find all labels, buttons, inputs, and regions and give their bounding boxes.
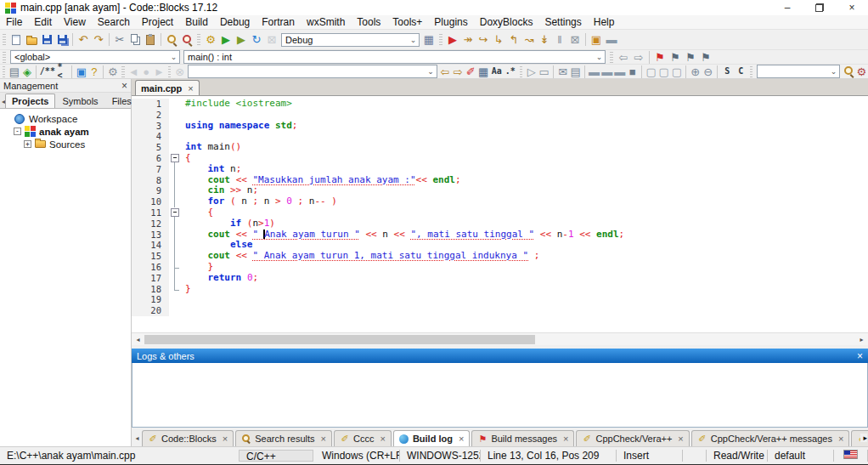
chevron-down-icon[interactable]: ⌄ bbox=[594, 53, 605, 61]
logs-close-icon[interactable]: × bbox=[857, 350, 863, 362]
log-tab-close-icon[interactable]: × bbox=[459, 434, 464, 444]
log-tab-close-icon[interactable]: × bbox=[563, 434, 568, 444]
log-tab-close-icon[interactable]: × bbox=[380, 434, 385, 444]
stop-debugger-icon[interactable]: ⊠ bbox=[567, 32, 583, 47]
incsearch-input[interactable]: ⌄ bbox=[188, 65, 437, 78]
chevron-down-icon[interactable]: ⌄ bbox=[408, 36, 419, 44]
hscroll-thumb[interactable] bbox=[144, 335, 535, 344]
run-icon[interactable]: ▶ bbox=[218, 32, 234, 47]
step-out-icon[interactable]: ↰ bbox=[506, 32, 521, 47]
save-all-icon[interactable] bbox=[54, 32, 70, 47]
toolbar-grip[interactable] bbox=[3, 52, 6, 63]
redo-icon[interactable]: ↷ bbox=[91, 32, 106, 47]
symbol-select[interactable]: main() : int⌄ bbox=[183, 50, 606, 64]
menu-item-project[interactable]: Project bbox=[136, 15, 179, 29]
build-icon[interactable]: ⚙ bbox=[203, 32, 218, 47]
spellcheck-find-icon[interactable] bbox=[842, 65, 855, 79]
frame-3-icon[interactable]: ▢ bbox=[670, 65, 683, 79]
find-icon[interactable] bbox=[164, 32, 179, 47]
doxy-run-html-icon[interactable]: ▣ bbox=[75, 65, 87, 79]
toolbar-grip[interactable] bbox=[168, 66, 171, 77]
editor-hscrollbar[interactable]: ◂ ▸ bbox=[132, 332, 868, 345]
rect-select-icon[interactable]: ▭ bbox=[538, 65, 550, 79]
toggle-bookmark-icon[interactable]: ⚑ bbox=[652, 50, 668, 65]
menu-item-doxyblocks[interactable]: DoxyBlocks bbox=[474, 15, 539, 29]
toolbar-grip[interactable] bbox=[610, 52, 613, 63]
hscroll-left-icon[interactable]: ◂ bbox=[132, 336, 144, 343]
logs-content[interactable] bbox=[132, 363, 868, 428]
toolbar-grip[interactable] bbox=[197, 34, 200, 45]
close-button[interactable]: × bbox=[836, 0, 868, 15]
doxyblocks-extract-icon[interactable]: ▤ bbox=[8, 65, 20, 79]
hscroll-track[interactable] bbox=[144, 333, 855, 345]
tab-projects[interactable]: Projects bbox=[5, 94, 55, 108]
c-button[interactable]: C bbox=[734, 65, 747, 79]
next-bookmark-icon[interactable]: ⚑ bbox=[683, 50, 698, 65]
minimize-button[interactable]: – bbox=[771, 0, 803, 15]
incsearch-prev-icon[interactable]: ⇦ bbox=[439, 65, 452, 79]
menu-item-edit[interactable]: Edit bbox=[28, 15, 58, 29]
doxy-line-comment-button[interactable]: *< bbox=[55, 65, 69, 79]
doxy-help-icon[interactable]: ? bbox=[87, 65, 100, 79]
tree-expander-icon[interactable]: - bbox=[14, 128, 21, 135]
editor-tab-maincpp[interactable]: main.cpp × bbox=[135, 80, 200, 95]
break-debugger-icon[interactable]: ‖ bbox=[552, 32, 567, 47]
clear-bookmarks-icon[interactable]: ⚑ bbox=[698, 50, 713, 65]
toolbar-grip[interactable] bbox=[750, 66, 752, 77]
fold-toggle-icon[interactable] bbox=[169, 207, 180, 218]
pointer-icon[interactable]: ▷ bbox=[525, 65, 538, 79]
toolbar-grip[interactable] bbox=[3, 66, 5, 77]
save-icon[interactable] bbox=[39, 32, 54, 47]
browse-set-mark-icon[interactable]: ● bbox=[140, 65, 153, 79]
menu-item-search[interactable]: Search bbox=[92, 15, 136, 29]
debugging-windows-icon[interactable]: ▣ bbox=[589, 32, 604, 47]
debug-continue-icon[interactable]: ▶ bbox=[445, 32, 460, 47]
frame-1-icon[interactable]: ▢ bbox=[645, 65, 657, 79]
regex-button[interactable]: .* bbox=[504, 65, 517, 79]
menu-item-view[interactable]: View bbox=[58, 15, 92, 29]
menu-item-build[interactable]: Build bbox=[179, 15, 214, 29]
split-view-2-icon[interactable]: ▬ bbox=[600, 65, 613, 79]
log-tab-close-icon[interactable]: × bbox=[321, 434, 326, 444]
log-tab-cccc[interactable]: ✐Cccc× bbox=[334, 430, 392, 446]
compiler-options-icon[interactable]: ▦ bbox=[421, 32, 437, 47]
find-in-files-icon[interactable] bbox=[179, 32, 194, 47]
split-view-3-icon[interactable]: ▬ bbox=[613, 65, 626, 79]
menu-item-debug[interactable]: Debug bbox=[214, 15, 256, 29]
abort-build-icon[interactable]: ⊠ bbox=[264, 32, 279, 47]
next-instruction-icon[interactable]: ↝ bbox=[521, 32, 537, 47]
prev-bookmark-icon[interactable]: ⚑ bbox=[668, 50, 683, 65]
frame-2-icon[interactable]: ▢ bbox=[657, 65, 670, 79]
menu-item-file[interactable]: File bbox=[0, 15, 28, 29]
logs-tabs-overflow-icon[interactable]: ▸ bbox=[860, 434, 867, 442]
log-tab-code-blocks[interactable]: ✐Code::Blocks× bbox=[142, 430, 234, 446]
selected-text-icon[interactable]: ▦ bbox=[477, 65, 490, 79]
menu-item-tools[interactable]: Tools bbox=[351, 15, 386, 29]
doxywizard-icon[interactable]: ◈ bbox=[20, 65, 33, 79]
step-into-icon[interactable]: ↳ bbox=[491, 32, 506, 47]
browse-next-mark-icon[interactable]: ► bbox=[153, 65, 166, 79]
open-file-icon[interactable] bbox=[24, 32, 39, 47]
log-tab-build-log[interactable]: Build log× bbox=[393, 430, 470, 446]
split-view-1-icon[interactable]: ▬ bbox=[588, 65, 600, 79]
full-view-icon[interactable]: ■ bbox=[626, 65, 639, 79]
log-tab-build-messages[interactable]: ⚑Build messages× bbox=[471, 430, 574, 446]
menu-item-fortran[interactable]: Fortran bbox=[256, 15, 301, 29]
hscroll-right-icon[interactable]: ▸ bbox=[855, 336, 868, 343]
undo-icon[interactable]: ↶ bbox=[76, 32, 91, 47]
toolbar-grip[interactable] bbox=[3, 34, 6, 45]
back-icon[interactable]: ⇦ bbox=[616, 50, 631, 65]
chevron-down-icon[interactable]: ⌄ bbox=[828, 67, 839, 76]
log-tab-search-results[interactable]: Search results× bbox=[235, 430, 332, 446]
build-target-select[interactable]: Debug⌄ bbox=[281, 33, 420, 47]
log-tab-close-icon[interactable]: × bbox=[223, 434, 228, 444]
doxy-settings-icon[interactable]: ⚙ bbox=[106, 65, 119, 79]
tree-expander-icon[interactable]: + bbox=[24, 140, 31, 148]
envelope-icon[interactable]: ✉ bbox=[556, 65, 569, 79]
menu-item-plugins[interactable]: Plugins bbox=[428, 15, 473, 29]
log-tab-cppcheck-vera-[interactable]: ✐CppCheck/Vera++× bbox=[576, 430, 689, 446]
fold-toggle-icon[interactable] bbox=[169, 153, 180, 164]
chevron-down-icon[interactable]: ⌄ bbox=[426, 67, 437, 76]
s-button[interactable]: S bbox=[720, 65, 734, 79]
toolbar-grip[interactable] bbox=[121, 66, 124, 77]
